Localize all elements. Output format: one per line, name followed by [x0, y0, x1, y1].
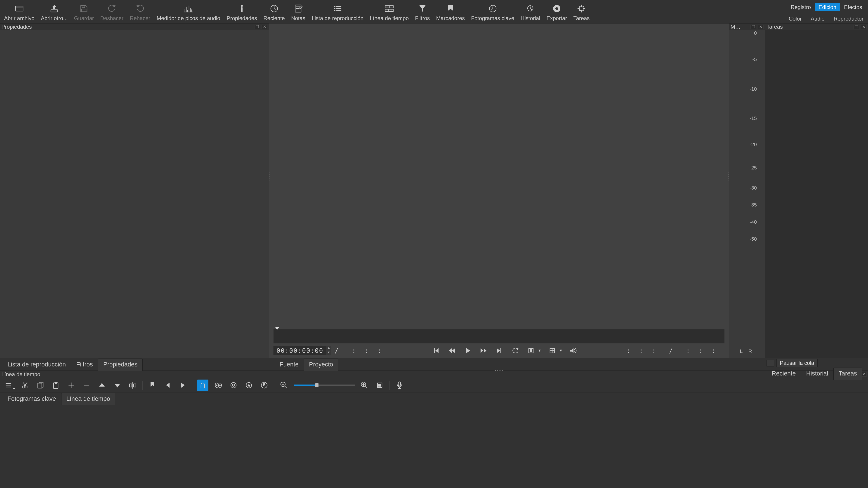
tab-playlist[interactable]: Lista de reproducción — [2, 359, 71, 371]
zoom-in-icon — [361, 381, 368, 389]
layout-link-color[interactable]: Color — [789, 15, 802, 22]
audio-meter-body[interactable]: 0-5-10-15-20-25-30-35-40-50 L R — [729, 30, 765, 358]
grid-button[interactable] — [547, 346, 557, 356]
cut-button[interactable] — [20, 380, 31, 391]
next-marker-button[interactable] — [178, 380, 189, 391]
splitter-left-handle[interactable] — [269, 173, 270, 181]
toolbar-markers-button[interactable]: Marcadores — [433, 0, 468, 23]
tab-source[interactable]: Fuente — [274, 359, 304, 371]
svg-rect-0 — [16, 6, 23, 11]
zoom-out-button[interactable] — [278, 380, 289, 391]
layout-links: Color Audio Reproductor — [789, 15, 864, 23]
marker-button[interactable] — [147, 380, 158, 391]
toolbar-props-button[interactable]: Propiedades — [223, 0, 260, 23]
toolbar-keyframes-button[interactable]: Fotogramas clave — [468, 0, 518, 23]
toolbar-notes-button[interactable]: Notas — [288, 0, 309, 23]
split-button[interactable] — [127, 380, 138, 391]
volume-button[interactable] — [568, 346, 579, 356]
splitter-bottom-handle[interactable] — [495, 370, 503, 371]
svg-point-16 — [555, 7, 558, 10]
scrubber[interactable] — [274, 329, 724, 344]
pause-queue-button[interactable]: Pausar la cola — [776, 359, 817, 367]
toolbar-open-other-label: Abrir otro... — [41, 15, 68, 22]
jobs-panel-dock-icon[interactable]: ❐ — [854, 25, 860, 29]
scrubber-playhead-icon[interactable] — [275, 327, 279, 330]
layout-link-player[interactable]: Reproductor — [834, 15, 864, 22]
toolbar-export-button[interactable]: Exportar — [544, 0, 570, 23]
jobs-tab-recent[interactable]: Reciente — [767, 367, 801, 380]
bottom-tab-keyframes[interactable]: Fotogramas clave — [2, 393, 61, 405]
toolbar-playlist-button[interactable]: Lista de reproducción — [309, 0, 367, 23]
svg-rect-39 — [398, 382, 401, 386]
ripple-markers-icon — [260, 382, 268, 389]
zoom-fit-button[interactable] — [526, 346, 536, 356]
meter-tick: -10 — [749, 86, 757, 92]
tab-properties[interactable]: Propiedades — [98, 359, 143, 371]
timecode-input[interactable]: 00:00:00:00 ▲ ▼ — [274, 346, 331, 355]
ripple-all-button[interactable] — [243, 380, 254, 391]
toolbar-timeline-button[interactable]: Línea de tiempo — [367, 0, 412, 23]
prev-marker-button[interactable] — [162, 380, 174, 391]
timeline-menu-button[interactable] — [4, 380, 16, 391]
toolbar-right-group: Registro Edición Efectos Color Audio Rep… — [786, 0, 867, 23]
toolbar-undo-label: Deshacer — [100, 15, 123, 22]
rewind-button[interactable] — [447, 346, 457, 356]
zoom-slider[interactable] — [293, 385, 355, 386]
bottom-tab-timeline[interactable]: Línea de tiempo — [61, 393, 116, 405]
timeline-panel-header: Línea de tiempo ❐ ✕ — [0, 370, 868, 378]
remove-button[interactable] — [81, 380, 92, 391]
paste-button[interactable] — [50, 380, 61, 391]
append-button[interactable] — [66, 380, 77, 391]
overwrite-button[interactable] — [112, 380, 123, 391]
ripple-markers-button[interactable] — [258, 380, 270, 391]
zoom-in-button[interactable] — [359, 380, 370, 391]
toolbar-filters-button[interactable]: Filtros — [412, 0, 433, 23]
zoom-fit-tl-button[interactable] — [374, 380, 385, 391]
toolbar-peak-button[interactable]: Medidor de picos de audio — [153, 0, 223, 23]
fast-forward-button[interactable] — [478, 346, 489, 356]
jobs-panel-close-icon[interactable]: ✕ — [861, 25, 867, 29]
layout-tab-editing[interactable]: Edición — [815, 3, 840, 11]
loop-button[interactable] — [510, 346, 520, 356]
timecode-spin-down[interactable]: ▼ — [326, 351, 331, 355]
timeline-menu-caret[interactable] — [13, 388, 16, 390]
zoom-fit-dropdown[interactable]: ▼ — [538, 349, 541, 353]
jobs-tab-jobs[interactable]: Tareas — [833, 367, 862, 380]
layout-link-audio[interactable]: Audio — [811, 15, 825, 22]
redo-icon — [135, 3, 145, 14]
properties-panel-dock-icon[interactable]: ❐ — [254, 25, 260, 29]
lift-button[interactable] — [96, 380, 107, 391]
markers-icon — [447, 3, 454, 14]
copy-button[interactable] — [35, 380, 46, 391]
jobs-tab-history[interactable]: Historial — [801, 367, 834, 380]
preview-tab-strip: Fuente Proyecto — [269, 358, 729, 370]
timecode-value[interactable]: 00:00:00:00 — [274, 347, 326, 355]
tab-filters[interactable]: Filtros — [71, 359, 98, 371]
jobs-menu-button[interactable]: ≡ — [767, 360, 774, 366]
skip-end-button[interactable] — [494, 346, 504, 356]
meter-tick: -25 — [749, 165, 757, 171]
audio-meter-dock-icon[interactable]: ❐ — [750, 25, 756, 29]
preview-viewport[interactable] — [269, 24, 729, 329]
ripple-button[interactable] — [228, 380, 239, 391]
record-voiceover-button[interactable] — [394, 380, 405, 391]
skip-start-button[interactable] — [431, 346, 441, 356]
snap-button[interactable] — [197, 380, 209, 391]
toolbar-open-other-button[interactable]: Abrir otro... — [38, 0, 71, 23]
audio-meter-close-icon[interactable]: ✕ — [758, 25, 764, 29]
layout-tab-logging[interactable]: Registro — [787, 3, 814, 11]
toolbar-jobs-button[interactable]: Tareas — [570, 0, 593, 23]
toolbar-history-button[interactable]: Historial — [518, 0, 544, 23]
timecode-spin-up[interactable]: ▲ — [326, 346, 331, 351]
scrub-button[interactable] — [213, 380, 224, 391]
svg-point-30 — [219, 385, 221, 386]
layout-tab-effects[interactable]: Efectos — [840, 3, 866, 11]
scrubber-playhead-line — [277, 332, 277, 344]
toolbar-recent-button[interactable]: Reciente — [260, 0, 288, 23]
toolbar-open-button[interactable]: Abrir archivo — [1, 0, 38, 23]
svg-rect-19 — [530, 349, 532, 352]
play-button[interactable] — [463, 346, 473, 356]
grid-dropdown[interactable]: ▼ — [559, 349, 563, 353]
tab-project[interactable]: Proyecto — [304, 359, 338, 371]
properties-panel-close-icon[interactable]: ✕ — [261, 25, 268, 29]
